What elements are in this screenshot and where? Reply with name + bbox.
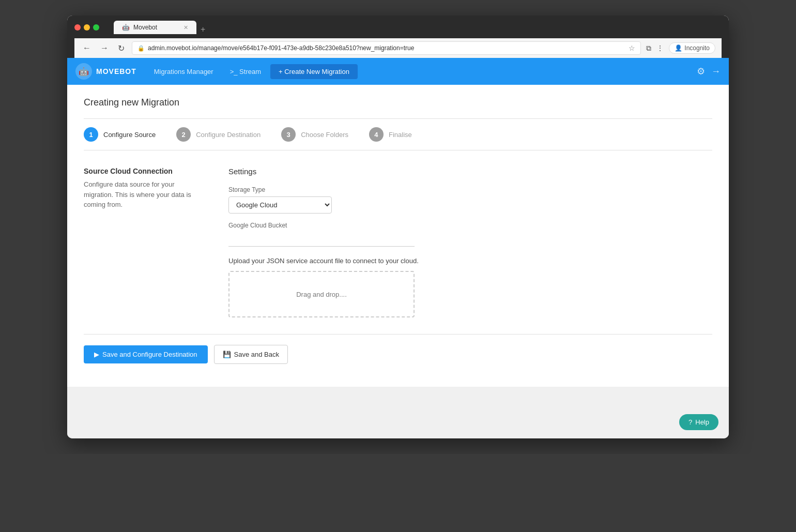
app-navigation: 🤖 MOVEBOT Migrations Manager >_ Stream +… — [67, 58, 729, 85]
address-bar-row: ← → ↻ 🔒 admin.movebot.io/manage/move/e56… — [74, 38, 722, 58]
settings-icon[interactable]: ⚙ — [697, 66, 705, 77]
step-2-number: 2 — [176, 127, 191, 142]
lock-icon: 🔒 — [137, 45, 145, 52]
new-tab-button[interactable]: + — [201, 25, 205, 34]
help-button[interactable]: ? Help — [679, 414, 718, 430]
help-icon: ? — [688, 418, 692, 426]
profile-label: Incognito — [684, 44, 710, 52]
help-label: Help — [695, 418, 709, 426]
step-4-number: 4 — [369, 127, 384, 142]
save-and-back-button[interactable]: 💾 Save and Back — [214, 345, 288, 364]
primary-btn-icon: ▶ — [94, 351, 99, 358]
address-bar[interactable]: 🔒 admin.movebot.io/manage/move/e564b17e-… — [132, 41, 641, 55]
storage-type-select[interactable]: Google Cloud Amazon S3 Azure Blob Dropbo… — [228, 196, 332, 214]
refresh-button[interactable]: ↻ — [116, 42, 127, 54]
nav-link-migrations-manager[interactable]: Migrations Manager — [147, 65, 221, 79]
form-main: Settings Storage Type Google Cloud Amazo… — [228, 167, 712, 317]
step-2: 2 Configure Destination — [176, 127, 261, 142]
form-sidebar-title: Source Cloud Connection — [84, 167, 197, 175]
stepper: 1 Configure Source 2 Configure Destinati… — [84, 118, 712, 150]
app-logo: 🤖 MOVEBOT — [75, 63, 136, 80]
minimize-traffic-light[interactable] — [84, 24, 90, 31]
back-button[interactable]: ← — [81, 42, 93, 54]
drop-zone-text: Drag and drop.... — [296, 291, 347, 298]
drop-zone[interactable]: Drag and drop.... — [228, 271, 415, 317]
step-4: 4 Finalise — [369, 127, 412, 142]
step-2-label: Configure Destination — [196, 131, 261, 139]
form-section-title: Settings — [228, 167, 712, 176]
footer-actions: ▶ Save and Configure Destination 💾 Save … — [84, 335, 712, 374]
forward-button[interactable]: → — [98, 42, 111, 54]
traffic-lights — [74, 24, 99, 31]
step-3: 3 Choose Folders — [281, 127, 348, 142]
tab-title: Movebot — [133, 24, 157, 31]
nav-link-stream[interactable]: >_ Stream — [223, 65, 268, 79]
step-3-label: Choose Folders — [301, 131, 348, 139]
create-new-migration-button[interactable]: + Create New Migration — [270, 64, 358, 79]
step-1-label: Configure Source — [103, 131, 156, 139]
tab-favicon: 🤖 — [122, 24, 129, 31]
extensions-icon[interactable]: ⧉ — [646, 44, 651, 53]
upload-hint: Upload your JSON service account file to… — [228, 257, 712, 265]
page-footer: ? Help — [67, 387, 729, 438]
step-3-number: 3 — [281, 127, 296, 142]
save-and-configure-destination-button[interactable]: ▶ Save and Configure Destination — [84, 345, 208, 363]
browser-actions: ⧉ ⋮ 👤 Incognito — [646, 42, 715, 54]
step-1: 1 Configure Source — [84, 127, 156, 142]
logo-text: MOVEBOT — [96, 67, 136, 75]
menu-icon[interactable]: ⋮ — [656, 44, 664, 52]
bucket-label: Google Cloud Bucket — [228, 222, 712, 229]
address-actions: ☆ — [629, 44, 635, 52]
browser-titlebar: 🤖 Movebot ✕ + ← → ↻ 🔒 admin.movebot.io/m… — [67, 16, 729, 58]
active-tab[interactable]: 🤖 Movebot ✕ — [114, 21, 196, 34]
form-area: Source Cloud Connection Configure data s… — [84, 150, 712, 335]
secondary-btn-label: Save and Back — [234, 351, 279, 358]
url-text: admin.movebot.io/manage/move/e564b17e-f0… — [148, 44, 625, 52]
tab-bar: 🤖 Movebot ✕ + — [114, 21, 205, 34]
form-sidebar: Source Cloud Connection Configure data s… — [84, 167, 197, 317]
tab-close-button[interactable]: ✕ — [183, 24, 188, 31]
profile-avatar-icon: 👤 — [675, 44, 682, 52]
step-4-label: Finalise — [389, 131, 412, 139]
storage-type-label: Storage Type — [228, 186, 712, 193]
browser-window: 🤖 Movebot ✕ + ← → ↻ 🔒 admin.movebot.io/m… — [67, 16, 729, 438]
bucket-input[interactable] — [228, 232, 415, 247]
step-1-number: 1 — [84, 127, 98, 142]
page-content: Creating new Migration 1 Configure Sourc… — [67, 85, 729, 387]
browser-controls: 🤖 Movebot ✕ + — [74, 21, 722, 34]
logout-icon[interactable]: → — [711, 66, 721, 77]
page-title: Creating new Migration — [84, 97, 712, 108]
profile-button[interactable]: 👤 Incognito — [669, 42, 715, 54]
close-traffic-light[interactable] — [74, 24, 81, 31]
form-sidebar-desc: Configure data source for your migration… — [84, 179, 197, 210]
secondary-btn-icon: 💾 — [223, 351, 231, 358]
nav-right: ⚙ → — [697, 66, 721, 77]
bookmark-icon[interactable]: ☆ — [629, 44, 635, 52]
nav-links: Migrations Manager >_ Stream + Create Ne… — [147, 64, 697, 79]
logo-icon: 🤖 — [75, 63, 92, 80]
maximize-traffic-light[interactable] — [93, 24, 99, 31]
primary-btn-label: Save and Configure Destination — [102, 351, 197, 358]
